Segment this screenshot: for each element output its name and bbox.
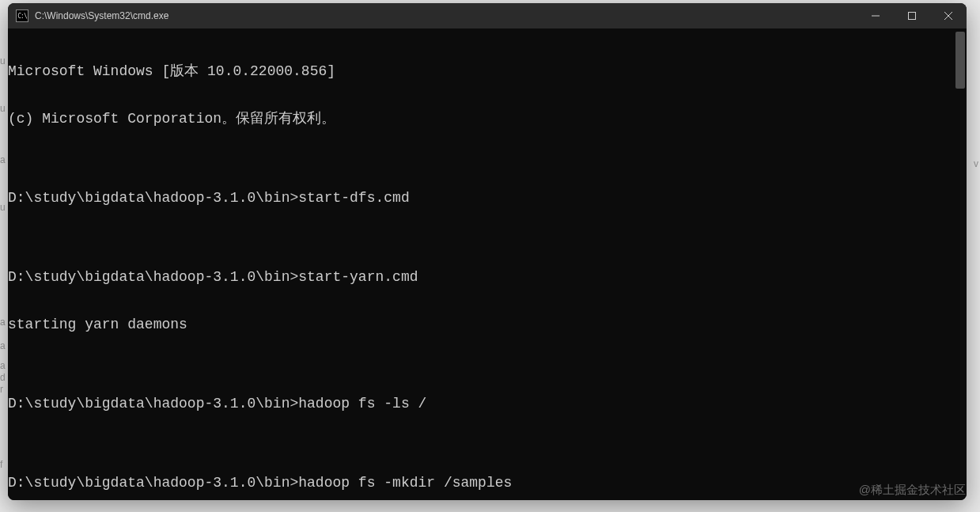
terminal-line: Microsoft Windows [版本 10.0.22000.856] xyxy=(8,63,967,79)
close-button[interactable] xyxy=(930,3,967,28)
terminal-line: D:\study\bigdata\hadoop-3.1.0\bin>hadoop… xyxy=(8,396,967,411)
title-bar[interactable]: C:\ C:\Windows\System32\cmd.exe xyxy=(8,3,967,28)
cmd-icon: C:\ xyxy=(16,9,28,22)
minimize-button[interactable] xyxy=(857,3,894,28)
terminal-line: D:\study\bigdata\hadoop-3.1.0\bin>hadoop… xyxy=(8,475,967,491)
scrollbar-track[interactable] xyxy=(955,32,965,495)
terminal-line: D:\study\bigdata\hadoop-3.1.0\bin>start-… xyxy=(8,190,967,206)
scrollbar-thumb[interactable] xyxy=(955,32,965,89)
maximize-button[interactable] xyxy=(894,3,930,28)
terminal-window: C:\ C:\Windows\System32\cmd.exe Microsof… xyxy=(8,3,967,500)
window-title: C:\Windows\System32\cmd.exe xyxy=(35,10,168,21)
terminal-line: (c) Microsoft Corporation。保留所有权利。 xyxy=(8,111,967,127)
terminal-line: D:\study\bigdata\hadoop-3.1.0\bin>start-… xyxy=(8,269,967,285)
terminal-output[interactable]: Microsoft Windows [版本 10.0.22000.856] (c… xyxy=(8,28,967,500)
svg-rect-1 xyxy=(909,13,916,20)
window-controls xyxy=(857,3,967,28)
terminal-line: starting yarn daemons xyxy=(8,317,967,332)
